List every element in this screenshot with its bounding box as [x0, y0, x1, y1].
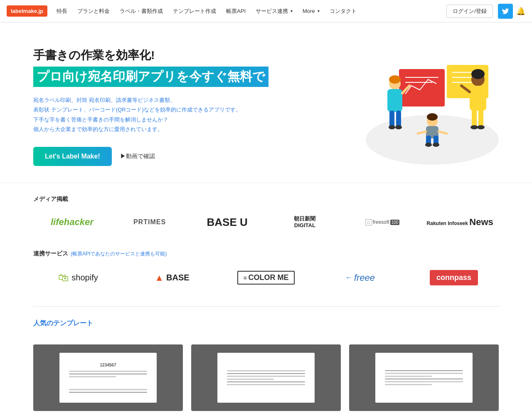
nav-features[interactable]: 特長 — [52, 0, 71, 22]
navbar: labelmake.jp 特長 プランと料金 ラベル・書類作成 テンプレート作成… — [0, 0, 532, 22]
media-logo-lifehacker: lifehacker — [33, 213, 111, 232]
svg-point-9 — [389, 75, 401, 84]
template-card-1[interactable]: 1234567 — [33, 344, 183, 411]
service-logo-freee: ← freee — [315, 268, 405, 287]
notification-bell-icon[interactable]: 🔔 — [516, 7, 525, 16]
template-card-1-inner: 1234567 — [59, 353, 157, 403]
service-logo-colorme: ≡ COLOR ME — [221, 267, 311, 289]
svg-point-23 — [477, 125, 485, 129]
nav-template-create[interactable]: テンプレート作成 — [169, 0, 220, 22]
svg-rect-10 — [387, 89, 402, 112]
nav-invoice-api[interactable]: 帳票API — [222, 0, 250, 22]
hero-illustration — [341, 48, 499, 165]
template-card-2[interactable] — [191, 344, 341, 411]
svg-point-25 — [427, 113, 438, 121]
service-logo-shopify: 🛍 shopify — [33, 267, 123, 288]
hero-title2-wrap: プロ向け宛名印刷アプリを今すぐ無料で — [33, 67, 268, 87]
nav-label-create[interactable]: ラベル・書類作成 — [116, 0, 167, 22]
service-logo-connpass: connpass — [409, 266, 499, 290]
nav-more[interactable]: More ▾ — [298, 0, 324, 22]
media-logo-prtimes: PRTIMES — [111, 214, 189, 230]
template-card-3[interactable] — [349, 344, 499, 411]
section-divider — [33, 306, 499, 307]
twitter-icon — [502, 7, 509, 15]
media-logo-rakuten: Rakuten Infoseek News — [421, 213, 499, 232]
media-logo-asahi: 朝日新聞DIGITAL — [266, 211, 344, 234]
svg-rect-20 — [472, 110, 477, 127]
svg-point-30 — [433, 143, 439, 147]
svg-rect-12 — [389, 111, 394, 127]
media-section: メディア掲載 lifehacker PRTIMES BASE U 朝日新聞DIG… — [0, 183, 532, 242]
nav-pricing[interactable]: プランと料金 — [73, 0, 114, 22]
hero-desc-line3: 下手な字を書く苦痛と手書きの手間を解消しませんか？ — [33, 115, 268, 124]
media-logo-freesoft: □ freesoft 100 — [344, 215, 421, 230]
template-card-3-inner — [375, 353, 473, 403]
media-logos: lifehacker PRTIMES BASE U 朝日新聞DIGITAL □ … — [33, 211, 499, 234]
template-number: 1234567 — [69, 363, 147, 367]
service-logos: 🛍 shopify ▲ BASE ≡ COLOR ME ← freee conn… — [33, 266, 499, 290]
service-section-sub: (帳票APIであなたのサービスと連携も可能) — [71, 250, 167, 258]
svg-point-22 — [470, 125, 478, 129]
media-section-label: メディア掲載 — [33, 196, 499, 203]
hero-desc-link[interactable]: バーコード(QRコード) — [89, 106, 144, 113]
template-card-2-inner — [217, 353, 315, 403]
svg-rect-13 — [396, 111, 401, 127]
chevron-down-icon: ▾ — [291, 9, 293, 13]
templates-section: 人気のテンプレート 1234567 — [0, 311, 532, 416]
svg-point-29 — [425, 143, 432, 147]
svg-rect-18 — [470, 86, 486, 111]
hero-actions: Let's Label Make! ▶動画で確認 — [33, 147, 268, 166]
media-logo-baseu: BASE U — [188, 212, 266, 233]
hero-svg — [341, 48, 499, 165]
popular-templates-link[interactable]: 人気のテンプレート — [33, 319, 93, 328]
service-section: 連携サービス (帳票APIであなたのサービスと連携も可能) 🛍 shopify … — [0, 242, 532, 302]
login-button[interactable]: ログイン/登録 — [446, 5, 493, 18]
chevron-down-icon: ▾ — [318, 9, 320, 13]
nav-service-link[interactable]: サービス連携 ▾ — [251, 0, 297, 22]
service-section-label: 連携サービス — [33, 250, 68, 258]
twitter-button[interactable] — [498, 4, 513, 19]
hero-desc-line2: 表彰状 テンプレート、バーコード(QRコード)などを効率的に作成できるアプリです… — [33, 105, 268, 114]
hero-content: 手書きの作業を効率化! プロ向け宛名印刷アプリを今すぐ無料で 宛名ラベル印刷、封… — [33, 47, 268, 166]
svg-rect-21 — [478, 110, 483, 127]
hero-description: 宛名ラベル印刷、封筒 宛名印刷、請求書等ビジネス書類、 表彰状 テンプレート、バ… — [33, 95, 268, 134]
hero-cta-button[interactable]: Let's Label Make! — [33, 147, 112, 166]
navbar-logo[interactable]: labelmake.jp — [7, 5, 47, 17]
hero-section: 手書きの作業を効率化! プロ向け宛名印刷アプリを今すぐ無料で 宛名ラベル印刷、封… — [0, 22, 532, 183]
hero-title2: プロ向け宛名印刷アプリを今すぐ無料で — [37, 69, 265, 83]
service-logo-base: ▲ BASE — [127, 268, 217, 287]
hero-desc-line4: 個人から大企業まで効率的な方に愛用されています。 — [33, 124, 268, 134]
svg-point-17 — [471, 69, 485, 79]
templates-grid: 1234567 — [33, 344, 499, 411]
hero-video-link[interactable]: ▶動画で確認 — [120, 153, 155, 160]
nav-contact[interactable]: コンタクト — [325, 0, 361, 22]
hero-title1: 手書きの作業を効率化! — [33, 47, 268, 63]
svg-point-15 — [395, 125, 402, 129]
svg-point-14 — [389, 125, 395, 129]
hero-desc-line1: 宛名ラベル印刷、封筒 宛名印刷、請求書等ビジネス書類、 — [33, 95, 268, 105]
